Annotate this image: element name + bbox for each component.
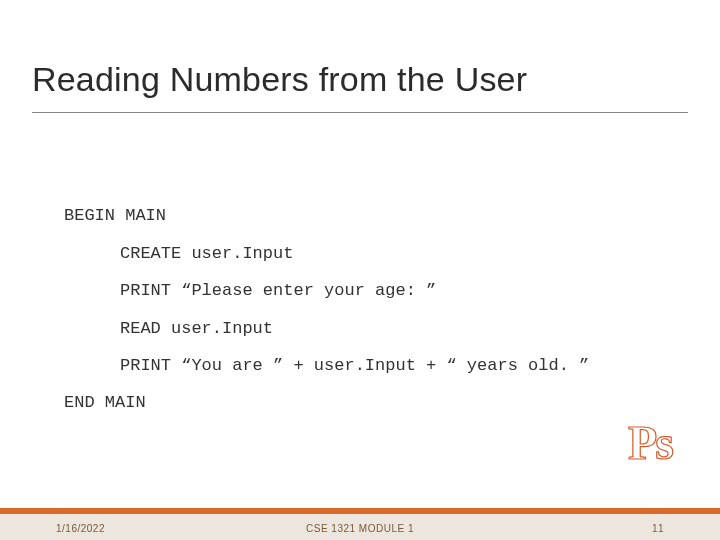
slide: Reading Numbers from the User BEGIN MAIN… [0, 0, 720, 540]
code-line-3: PRINT “Please enter your age: ” [120, 281, 436, 300]
code-line-4: READ user.Input [120, 319, 273, 338]
slide-title: Reading Numbers from the User [32, 60, 527, 99]
code-line-6: END MAIN [64, 393, 146, 412]
title-underline [32, 112, 688, 113]
footer-module: CSE 1321 MODULE 1 [306, 523, 414, 534]
footer-page-number: 11 [652, 523, 664, 534]
footer-accent-bar [0, 508, 720, 514]
footer-date: 1/16/2022 [56, 523, 105, 534]
code-line-5: PRINT “You are ” + user.Input + “ years … [120, 356, 589, 375]
code-line-2: CREATE user.Input [120, 244, 293, 263]
ps-badge: Ps [628, 415, 672, 470]
code-line-1: BEGIN MAIN [64, 206, 166, 225]
pseudocode-block: BEGIN MAIN CREATE user.Input PRINT “Plea… [64, 160, 589, 422]
